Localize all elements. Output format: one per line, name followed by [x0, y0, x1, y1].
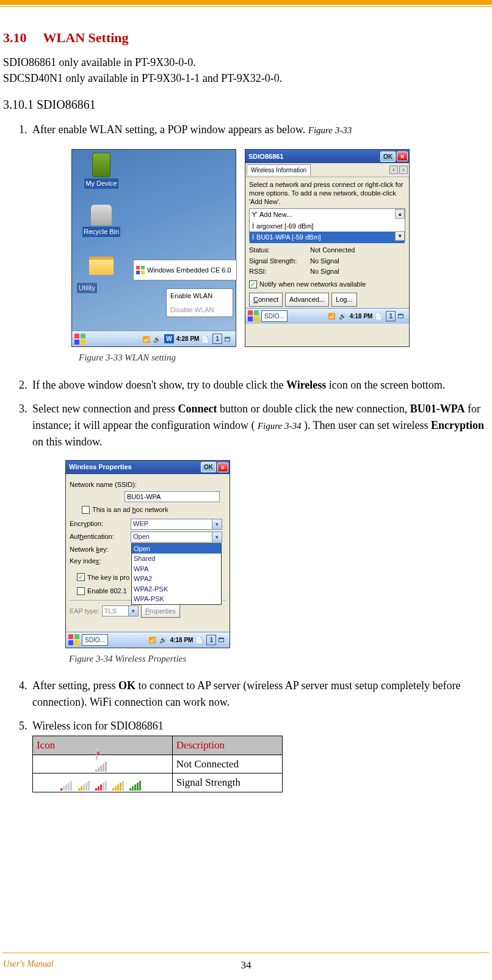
authentication-select[interactable]: Open ▾ Open Shared WPA WPA2 WPA2-PSK WPA…	[131, 532, 222, 543]
taskbar-time: 4:28 PM	[176, 334, 200, 343]
connect-button[interactable]: Connect	[249, 293, 283, 307]
signal-2-icon	[78, 775, 90, 791]
my-device-label: My Device	[84, 178, 118, 189]
desktop-recycle-bin[interactable]: Recycle Bin	[77, 205, 126, 237]
desktop-utility[interactable]	[77, 257, 126, 275]
start-icon[interactable]	[68, 634, 79, 645]
signal-5-icon	[129, 775, 142, 791]
bu01-label: BU01-WPA [-59 dBm]	[256, 232, 321, 243]
auth-option-wpa-psk[interactable]: WPA-PSK	[132, 594, 221, 604]
network-listbox[interactable]: ƳAdd New... İargoxnet [-69 dBm] İBU01-WP…	[249, 208, 405, 241]
notify-checkbox[interactable]: ✓	[249, 280, 257, 288]
tray-volume-icon[interactable]: 🔊	[159, 635, 168, 644]
eap-properties-button: Properties	[141, 604, 180, 618]
footer-label: User's Manual	[3, 958, 54, 973]
chevron-down-icon: ▾	[212, 519, 222, 529]
start-icon[interactable]	[248, 310, 259, 321]
signal-strength-desc: Signal Strength	[172, 773, 282, 792]
authentication-dropdown[interactable]: Open Shared WPA WPA2 WPA2-PSK WPA-PSK	[131, 543, 222, 605]
adhoc-checkbox[interactable]	[82, 506, 90, 514]
auth-option-shared[interactable]: Shared	[132, 554, 221, 564]
auth-option-wpa[interactable]: WPA	[132, 564, 221, 574]
auth-option-wpa2[interactable]: WPA2	[132, 574, 221, 584]
step3-f: ). Then user can set wireless	[304, 419, 431, 431]
wireless-taskbar[interactable]: SDIO... 📶 🔊 4:18 PM 📄 1 🗔	[245, 308, 409, 324]
taskbar-time: 4:18 PM	[170, 635, 194, 645]
adhoc-checkbox-row[interactable]: This is an ad hoc network	[70, 505, 226, 515]
status-label: Status:	[249, 245, 310, 255]
tray-volume-icon[interactable]: 🔊	[339, 312, 347, 320]
step3-a: Select new connection and press	[32, 403, 178, 415]
tray-show-desktop-icon[interactable]: 🗔	[398, 312, 407, 320]
encryption-value: WEP	[133, 519, 148, 529]
page-number: 34	[241, 958, 251, 973]
network-bu01-wpa[interactable]: İBU01-WPA [-59 dBm]	[250, 232, 405, 243]
step5-text: Wireless icon for SDIO86861	[32, 720, 164, 732]
tray-num[interactable]: 1	[206, 635, 216, 645]
antenna-icon: İ	[252, 232, 254, 243]
header-thin-line	[0, 6, 492, 7]
tray-volume-icon[interactable]: 🔊	[153, 335, 162, 343]
advanced-button[interactable]: Advanced...	[285, 293, 329, 307]
notify-checkbox-row[interactable]: ✓ Notify when new networks available	[249, 279, 405, 290]
enable-8021x-checkbox[interactable]	[77, 587, 85, 595]
desktop-taskbar[interactable]: 📶 🔊 W 4:28 PM 📄 1 🗔	[72, 331, 236, 346]
listbox-scroll-up[interactable]: ▴	[395, 209, 405, 219]
auth-option-open[interactable]: Open	[132, 544, 221, 554]
tab-scroll-right[interactable]: ›	[399, 166, 408, 174]
step-2: If the above window doesn't show, try to…	[30, 377, 489, 393]
taskbar-sdio-button[interactable]: SDIO...	[82, 634, 108, 646]
wince-logo-text: Windows Embedded CE 6.0	[147, 265, 231, 276]
rssi-label: RSSI:	[249, 266, 310, 277]
auth-option-wpa2-psk[interactable]: WPA2-PSK	[132, 584, 221, 594]
props-ok-button[interactable]: OK	[201, 462, 216, 472]
availability-line1: SDIO86861 only available in PT-9X30-0-0.	[3, 55, 489, 70]
network-argoxnet[interactable]: İargoxnet [-69 dBm]	[250, 221, 405, 232]
tray-show-desktop-icon[interactable]: 🗔	[225, 335, 233, 343]
taskbar-sdio-button[interactable]: SDIO...	[261, 310, 288, 322]
page-footer: User's Manual 34 User's Manual	[0, 953, 492, 973]
step3-b: Connect	[178, 403, 217, 415]
recycle-bin-icon	[91, 205, 112, 225]
tray-network-icon[interactable]: 📶	[142, 335, 151, 343]
key-auto-checkbox[interactable]: ✓	[77, 573, 85, 581]
wireless-titlebar[interactable]: SDIO86861 OK ×	[245, 150, 409, 163]
props-titlebar[interactable]: Wireless Properties OK ×	[66, 461, 230, 474]
titlebar-close-button[interactable]: ×	[397, 152, 408, 161]
ssid-input[interactable]: BU01-WPA	[125, 491, 220, 502]
notify-label: Notify when new networks available	[259, 279, 366, 290]
chevron-down-icon: ▾	[128, 606, 138, 616]
tab-scroll-left[interactable]: ‹	[389, 166, 398, 174]
wireless-dialog-body: Select a network and press connect or ri…	[245, 177, 409, 308]
tray-wifi-icon[interactable]: 📶	[148, 635, 157, 644]
tray-note-icon[interactable]: 📄	[195, 635, 204, 644]
step3-ref: Figure 3-34	[258, 421, 302, 431]
tray-show-desktop-icon[interactable]: 🗔	[219, 635, 227, 644]
tray-note-icon[interactable]: 📄	[201, 335, 210, 343]
titlebar-ok-button[interactable]: OK	[380, 152, 396, 162]
listbox-scroll-down[interactable]: ▾	[395, 231, 405, 241]
props-close-button[interactable]: ×	[217, 463, 228, 472]
start-icon[interactable]	[74, 334, 85, 345]
wireless-dialog-title: SDIO86861	[248, 152, 380, 162]
encryption-select[interactable]: WEP ▾	[131, 519, 222, 530]
wince-desktop[interactable]: My Device Recycle Bin Utility Windows	[72, 150, 236, 331]
log-button[interactable]: Log...	[331, 293, 357, 307]
network-add-new[interactable]: ƳAdd New...	[250, 209, 405, 221]
table-row: × Not Connected	[33, 755, 283, 773]
add-new-label: Add New...	[259, 210, 292, 220]
recycle-bin-label: Recycle Bin	[82, 227, 120, 237]
tray-num[interactable]: 1	[212, 334, 222, 344]
encryption-label: Encryption:	[70, 519, 128, 529]
tab-wireless-information[interactable]: Wireless Information	[247, 164, 311, 175]
tray-w-icon[interactable]: W	[164, 334, 173, 343]
props-taskbar[interactable]: SDIO... 📶 🔊 4:18 PM 📄 1 🗔	[66, 632, 230, 648]
step2-b: Wireless	[286, 379, 326, 391]
signal-strength-value: No Signal	[310, 256, 405, 266]
tray-wifi-icon[interactable]: 📶	[328, 312, 336, 320]
desktop-my-device[interactable]: My Device	[77, 153, 126, 189]
tray-note-icon[interactable]: 📄	[375, 312, 383, 320]
step-1: After enable WLAN setting, a POP window …	[30, 122, 489, 365]
tray-num[interactable]: 1	[386, 311, 396, 321]
menu-enable-wlan[interactable]: Enable WLAN	[167, 289, 233, 303]
